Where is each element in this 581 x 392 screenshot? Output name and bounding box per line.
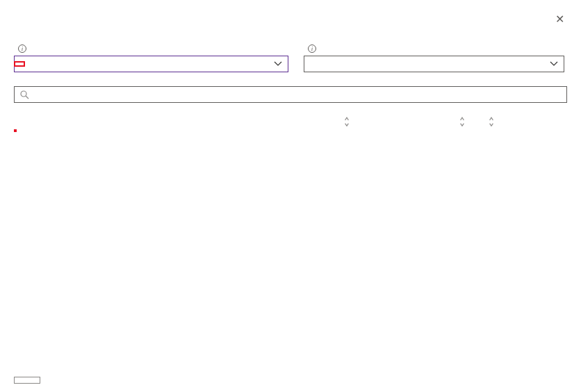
- info-icon[interactable]: i: [308, 44, 316, 53]
- sort-icon: [458, 117, 466, 125]
- column-header-type[interactable]: [361, 113, 483, 129]
- done-button[interactable]: [14, 377, 40, 384]
- highlight-box: [14, 129, 17, 132]
- chevron-down-icon: [550, 61, 558, 67]
- search-input[interactable]: [33, 90, 561, 100]
- signal-type-value: [14, 61, 25, 67]
- sort-icon: [343, 117, 351, 125]
- signal-type-select[interactable]: [14, 56, 288, 72]
- sort-icon: [487, 117, 496, 125]
- search-icon: [20, 90, 29, 99]
- column-header-service[interactable]: [483, 113, 567, 129]
- search-box[interactable]: [14, 86, 567, 103]
- column-header-name[interactable]: [14, 113, 361, 129]
- close-icon[interactable]: ✕: [553, 11, 567, 28]
- chevron-down-icon: [274, 61, 282, 67]
- info-icon[interactable]: i: [18, 44, 26, 53]
- monitor-service-select[interactable]: [304, 56, 564, 72]
